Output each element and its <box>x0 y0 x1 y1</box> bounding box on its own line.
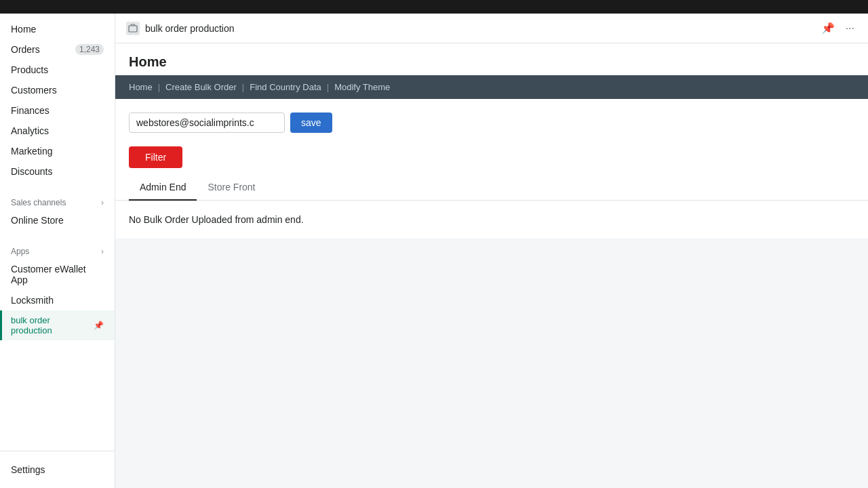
sidebar-item-customer-ewallet[interactable]: Customer eWallet App <box>0 259 115 290</box>
breadcrumb-country-data[interactable]: Find Country Data <box>250 82 321 92</box>
content-area: save Filter Admin End Store Front No Bul… <box>115 99 868 488</box>
breadcrumb-sep-2: | <box>239 82 247 92</box>
sidebar-item-customers-label: Customers <box>11 85 57 96</box>
top-bar <box>0 0 868 14</box>
breadcrumb-home[interactable]: Home <box>129 82 153 92</box>
sidebar-nav: Home Orders 1,243 Products Customers Fin… <box>0 14 115 451</box>
settings-label: Settings <box>11 464 45 475</box>
sales-channels-label: Sales channels <box>11 198 66 207</box>
apps-label: Apps <box>11 247 29 256</box>
sidebar-item-home[interactable]: Home <box>0 19 115 39</box>
filter-area: Filter <box>115 140 868 175</box>
breadcrumb-modify-theme[interactable]: Modify Theme <box>334 82 390 92</box>
email-input[interactable] <box>129 113 285 133</box>
sidebar-item-locksmith[interactable]: Locksmith <box>0 290 115 310</box>
breadcrumb-sep-1: | <box>155 82 163 92</box>
orders-badge: 1,243 <box>75 44 104 55</box>
pin-button[interactable]: 📌 <box>818 20 837 36</box>
apps-chevron-icon: › <box>101 247 104 256</box>
app-header-right: 📌 ··· <box>818 20 857 36</box>
sidebar-item-products[interactable]: Products <box>0 60 115 80</box>
sidebar-item-orders-label: Orders <box>11 44 40 55</box>
tab-store-front[interactable]: Store Front <box>197 175 266 201</box>
sidebar-item-discounts-label: Discounts <box>11 166 52 177</box>
page-title-bar: Home <box>115 43 868 75</box>
sidebar-item-marketing-label: Marketing <box>11 146 52 157</box>
sidebar-item-analytics-label: Analytics <box>11 125 49 136</box>
apps-section: Apps › <box>0 239 115 259</box>
email-form-area: save <box>115 99 868 140</box>
sidebar-item-analytics[interactable]: Analytics <box>0 121 115 141</box>
sidebar-item-locksmith-label: Locksmith <box>11 295 54 306</box>
sidebar-item-online-store[interactable]: Online Store <box>0 210 115 230</box>
sidebar-item-marketing[interactable]: Marketing <box>0 141 115 161</box>
sidebar-item-bulk-order-label: bulk order production <box>11 315 94 336</box>
sidebar-item-home-label: Home <box>11 24 36 35</box>
tabs-bar: Admin End Store Front <box>115 175 868 201</box>
sidebar-item-finances[interactable]: Finances <box>0 100 115 121</box>
app-wrapper: Home Orders 1,243 Products Customers Fin… <box>0 14 868 488</box>
sidebar-item-orders[interactable]: Orders 1,243 <box>0 39 115 60</box>
app-header-left: bulk order production <box>126 22 235 35</box>
sidebar-item-products-label: Products <box>11 64 48 75</box>
more-options-button[interactable]: ··· <box>843 21 857 36</box>
sidebar-item-discounts[interactable]: Discounts <box>0 161 115 182</box>
main-content: bulk order production 📌 ··· Home Home | … <box>115 14 868 488</box>
sidebar-item-finances-label: Finances <box>11 105 50 116</box>
app-header-title: bulk order production <box>145 23 235 34</box>
svg-rect-0 <box>129 26 137 32</box>
sidebar-item-customer-ewallet-label: Customer eWallet App <box>11 264 104 285</box>
sidebar-item-settings[interactable]: Settings <box>0 460 115 480</box>
no-data-message: No Bulk Order Uploaded from admin end. <box>129 214 854 225</box>
sidebar-item-bulk-order[interactable]: bulk order production 📌 <box>0 310 115 340</box>
app-header: bulk order production 📌 ··· <box>115 14 868 43</box>
breadcrumb-create-bulk[interactable]: Create Bulk Order <box>165 82 237 92</box>
page-title: Home <box>129 54 854 70</box>
sidebar-footer: Settings <box>0 451 115 488</box>
sidebar-item-online-store-label: Online Store <box>11 215 64 226</box>
app-icon <box>126 22 140 35</box>
tab-admin-end[interactable]: Admin End <box>129 175 197 201</box>
sales-channels-section: Sales channels › <box>0 190 115 210</box>
sidebar: Home Orders 1,243 Products Customers Fin… <box>0 14 115 488</box>
breadcrumb-bar: Home | Create Bulk Order | Find Country … <box>115 75 868 99</box>
sidebar-item-customers[interactable]: Customers <box>0 80 115 100</box>
pin-sidebar-icon: 📌 <box>94 321 104 330</box>
filter-button[interactable]: Filter <box>129 146 182 168</box>
save-button[interactable]: save <box>290 113 332 133</box>
no-data-area: No Bulk Order Uploaded from admin end. <box>115 201 868 239</box>
sales-channels-chevron-icon: › <box>101 198 104 207</box>
breadcrumb-sep-3: | <box>324 82 332 92</box>
email-row: save <box>129 113 854 133</box>
